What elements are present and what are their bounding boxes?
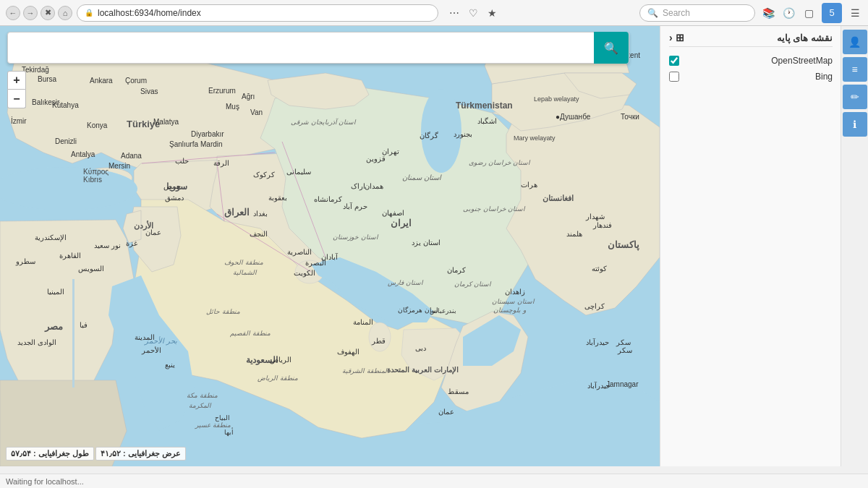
info-icon: ℹ [853, 119, 856, 130]
lat-coord: عرض جغرافیایی : ۴۱٫۵۲ [95, 447, 186, 461]
layer-panel-title: نقشه های پایه [777, 33, 833, 43]
extension-icon[interactable]: 5 [822, 3, 842, 23]
lat-value: ۴۱٫۵۲ [101, 449, 121, 458]
home-button[interactable]: ⌂ [58, 6, 72, 20]
browser-right: 🔍 Search 📚 🕐 ▢ 5 ☰ [639, 3, 862, 23]
url-text: localhost:6934/home/index [98, 8, 201, 18]
map-svg [0, 26, 660, 466]
lon-label: طول جغرافیایی : [33, 449, 89, 458]
panel-header-icons: ⊞ ‹ [669, 32, 684, 43]
map-search-input[interactable] [8, 42, 594, 53]
back-button[interactable]: ← [6, 6, 20, 20]
search-magnifier-icon: 🔍 [604, 41, 618, 55]
address-bar[interactable]: 🔒 localhost:6934/home/index [77, 4, 438, 22]
nav-buttons: ← → ✖ ⌂ [6, 6, 72, 20]
star-icon[interactable]: ★ [485, 6, 499, 20]
main-content: 🔍 + − Türkiye سوریا العراق ایران پاکستان… [0, 26, 868, 474]
map-search-bar: 🔍 [7, 32, 629, 64]
layers-tool-button[interactable]: ≡ [843, 57, 867, 82]
lon-coord: طول جغرافیایی : ۵۷٫۵۴ [6, 447, 94, 461]
side-toolbar: 👤 ≡ ✏ ℹ [841, 26, 868, 466]
right-panel: نقشه های پایه ⊞ ‹ OpenStreetMap Bing [660, 26, 868, 466]
search-placeholder: Search [663, 8, 690, 18]
layer-panel-header: نقشه های پایه ⊞ ‹ [669, 32, 833, 47]
lon-value: ۵۷٫۵۴ [11, 449, 31, 458]
chevron-left-icon[interactable]: ‹ [669, 32, 673, 43]
zoom-controls: + − [7, 71, 26, 108]
layers-icon: ≡ [851, 64, 857, 75]
bing-label[interactable]: Bing [815, 72, 833, 82]
coordinates-bar: طول جغرافیایی : ۵۷٫۵۴ عرض جغرافیایی : ۴۱… [6, 447, 186, 461]
layer-panel: نقشه های پایه ⊞ ‹ OpenStreetMap Bing [660, 26, 841, 90]
forward-button[interactable]: → [23, 6, 38, 20]
status-bar: Waiting for localhost... [0, 474, 868, 488]
search-icon-chrome: 🔍 [647, 8, 658, 18]
map-search-button[interactable]: 🔍 [594, 32, 629, 64]
bookmark-icon[interactable]: ♡ [466, 6, 480, 20]
history-icon[interactable]: 🕐 [781, 6, 796, 20]
lock-icon: 🔒 [85, 9, 93, 17]
svg-rect-28 [72, 279, 75, 388]
layer-item-osm: OpenStreetMap [669, 53, 833, 69]
layer-item-bing: Bing [669, 69, 833, 85]
status-text: Waiting for localhost... [6, 477, 84, 486]
browser-chrome: ← → ✖ ⌂ 🔒 localhost:6934/home/index ⋯ ♡ … [0, 0, 868, 26]
browser-search-bar[interactable]: 🔍 Search [639, 4, 755, 22]
osm-label[interactable]: OpenStreetMap [771, 56, 833, 66]
more-options-icon[interactable]: ⋯ [447, 6, 461, 20]
grid-icon: ⊞ [676, 32, 684, 43]
bing-checkbox[interactable] [669, 72, 679, 82]
menu-icon[interactable]: ☰ [848, 6, 862, 20]
osm-checkbox[interactable] [669, 56, 679, 66]
bing-label-text: Bing [815, 72, 833, 82]
lat-label: عرض جغرافیایی : [123, 449, 181, 458]
zoom-out-button[interactable]: − [7, 90, 26, 108]
reload-button[interactable]: ✖ [41, 6, 55, 20]
info-tool-button[interactable]: ℹ [843, 112, 867, 137]
pencil-icon: ✏ [851, 91, 859, 103]
draw-tool-button[interactable]: ✏ [843, 85, 867, 109]
user-tool-button[interactable]: 👤 [843, 30, 867, 54]
map-container[interactable]: 🔍 + − Türkiye سوریا العراق ایران پاکستان… [0, 26, 660, 466]
svg-point-8 [369, 322, 391, 351]
tabs-icon[interactable]: ▢ [801, 6, 816, 20]
osm-label-text: OpenStreetMap [771, 56, 833, 66]
user-icon: 👤 [848, 36, 861, 48]
bookmarks-icon[interactable]: 📚 [761, 6, 775, 20]
zoom-in-button[interactable]: + [7, 71, 26, 90]
svg-point-22 [421, 89, 461, 173]
